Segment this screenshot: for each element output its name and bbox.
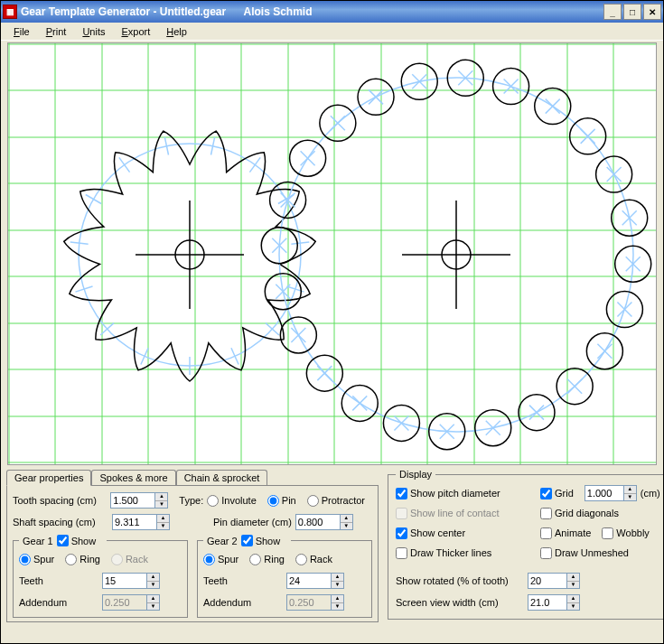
menu-export[interactable]: Export <box>121 26 150 37</box>
svg-line-39 <box>119 157 130 172</box>
minimize-button[interactable]: _ <box>603 4 622 20</box>
chk-animate[interactable]: Animate <box>540 527 591 539</box>
teeth-label: Teeth <box>19 575 98 586</box>
rotated-input[interactable] <box>528 573 567 589</box>
menu-help[interactable]: Help <box>166 26 187 37</box>
svg-line-29 <box>291 242 309 244</box>
gear2-ring-radio[interactable]: Ring <box>249 554 285 565</box>
tooth-spacing-input[interactable] <box>110 492 155 509</box>
chk-center[interactable]: Show center <box>396 527 465 539</box>
gear2-rack-radio[interactable]: Rack <box>295 554 332 565</box>
tooth-spacing-label: Tooth spacing (cm) <box>13 495 107 506</box>
spin[interactable]: ▲▼ <box>155 492 168 509</box>
svg-line-32 <box>231 348 238 364</box>
gear1-addendum-input <box>102 594 147 611</box>
chk-line-contact: Show line of contact <box>396 508 499 519</box>
pin-diameter-input[interactable] <box>295 514 341 530</box>
menubar: Fdocument.currentScript.previousElementS… <box>1 23 663 41</box>
viewwidth-input[interactable] <box>528 594 567 611</box>
spin[interactable]: ▲▼ <box>567 573 580 589</box>
spin[interactable]: ▲▼ <box>624 485 637 501</box>
shaft-spacing-label: Shaft spacing (cm) <box>13 517 108 527</box>
chk-wobbly[interactable]: Wobbly <box>602 527 649 539</box>
addendum-label: Addendum <box>19 597 98 608</box>
spin[interactable]: ▲▼ <box>332 573 344 589</box>
gear2-addendum-input <box>286 594 332 611</box>
gear1-show-check[interactable]: Show <box>57 535 97 546</box>
gear-1-group: Gear 1 Show Spur Ring Rack Teeth ▲▼ Adde… <box>13 535 188 618</box>
maximize-button[interactable]: □ <box>623 4 641 20</box>
tab-body: Tooth spacing (cm) ▲▼ Type: Involute Pin… <box>6 485 379 622</box>
gear-2-group: Gear 2 Show Spur Ring Rack Teeth ▲▼ Adde… <box>197 535 372 618</box>
menu-print[interactable]: Print <box>46 26 67 37</box>
chk-grid[interactable]: Grid <box>540 488 574 499</box>
chk-pitch[interactable]: Show pitch diameter <box>396 488 500 499</box>
gear2-show-check[interactable]: Show <box>241 535 281 546</box>
svg-line-37 <box>70 242 89 244</box>
gear2-teeth-input[interactable] <box>286 573 332 589</box>
gear-canvas[interactable] <box>7 42 657 465</box>
spin[interactable]: ▲▼ <box>157 514 170 530</box>
spin[interactable]: ▲▼ <box>567 594 580 611</box>
pin-diameter-label: Pin diameter (cm) <box>213 517 292 527</box>
shaft-spacing-input[interactable] <box>112 514 157 530</box>
type-protractor-radio[interactable]: Protractor <box>307 495 365 507</box>
spin: ▲▼ <box>147 594 160 611</box>
menu-units[interactable]: Units <box>82 26 105 37</box>
teeth-label: Teeth <box>203 575 283 586</box>
spin[interactable]: ▲▼ <box>341 514 353 530</box>
grid-size-input[interactable] <box>585 485 624 501</box>
spin: ▲▼ <box>332 594 344 611</box>
chk-thicker[interactable]: Draw Thicker lines <box>396 547 491 559</box>
close-button[interactable]: ✕ <box>643 4 661 20</box>
display-group: Display Show pitch diameter Show line of… <box>388 469 664 620</box>
tabs: Gear properties Spokes & more Chain & sp… <box>6 469 379 485</box>
type-involute-radio[interactable]: Involute <box>207 495 257 507</box>
tab-gear-properties[interactable]: Gear properties <box>6 470 91 486</box>
rotated-label: Show rotated (% of tooth) <box>396 575 522 586</box>
spin[interactable]: ▲▼ <box>147 573 160 589</box>
addendum-label: Addendum <box>203 597 283 608</box>
type-label: Type: <box>179 495 203 506</box>
chk-grid-diag[interactable]: Grid diagonals <box>540 508 619 519</box>
gear2-spur-radio[interactable]: Spur <box>203 554 238 565</box>
viewwidth-label: Screen view width (cm) <box>396 597 522 608</box>
chk-unmeshed[interactable]: Draw Unmeshed <box>540 547 629 559</box>
app-icon: ▦ <box>3 5 17 19</box>
svg-line-34 <box>141 348 148 364</box>
tab-chain-sprocket[interactable]: Chain & sprocket <box>176 470 268 486</box>
tab-spokes-more[interactable]: Spokes & more <box>91 470 175 486</box>
type-pin-radio[interactable]: Pin <box>267 495 296 507</box>
gear1-ring-radio[interactable]: Ring <box>65 554 100 565</box>
gear1-rack-radio: Rack <box>111 554 148 565</box>
menu-file[interactable]: Fdocument.currentScript.previousElementS… <box>14 26 30 37</box>
svg-line-27 <box>249 157 260 172</box>
gear1-spur-radio[interactable]: Spur <box>19 554 54 565</box>
titlebar: ▦ Gear Template Generator - Untitled.gea… <box>1 1 663 23</box>
svg-line-38 <box>86 195 101 204</box>
gear1-teeth-input[interactable] <box>102 573 147 589</box>
window-title: Gear Template Generator - Untitled.gear … <box>21 5 603 18</box>
